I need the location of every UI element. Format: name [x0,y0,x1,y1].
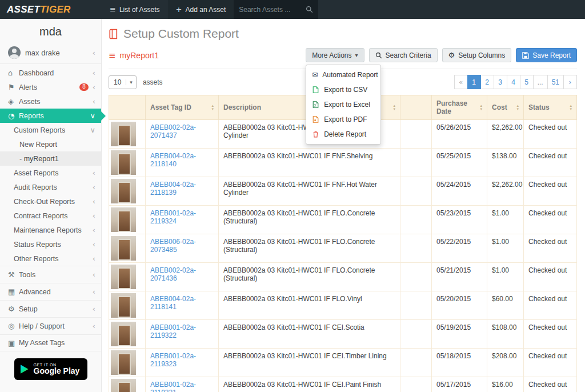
purchase-date: 05/20/2015 [432,291,487,320]
sidebar-item-asset-reports[interactable]: Asset Reports ‹ [0,166,101,180]
per-page-select[interactable]: 10 ▾ [109,75,137,89]
menu-item-export-excel[interactable]: Export to Excel [306,97,380,112]
pagination-next[interactable]: › [563,75,577,89]
google-play-badge[interactable]: GET IT ON Google Play [14,358,87,380]
sidebar: mda max drake ‹ ⌂ Dashboard ‹ ⚑ Alerts 8… [0,19,102,392]
asset-photo[interactable] [111,293,136,318]
chevron-left-icon: ‹ [93,97,95,106]
cost: $208.00 [487,349,524,377]
sidebar-item-maintenance-reports[interactable]: Maintenance Reports ‹ [0,223,101,237]
pagination-page-2[interactable]: 2 [480,75,494,89]
save-report-button[interactable]: Save Report [516,48,577,62]
asset-photo[interactable] [111,207,136,232]
sidebar-item-assets[interactable]: ◈ Assets ‹ [0,94,101,109]
sidebar-item-myreport1[interactable]: - myReport1 [0,151,101,166]
sidebar-item-contract-reports[interactable]: Contract Reports ‹ [0,209,101,223]
asset-photo[interactable] [111,379,136,392]
pagination-page-4[interactable]: 4 [507,75,520,89]
col-header-hidden[interactable] [400,95,432,120]
sidebar-item-audit-reports[interactable]: Audit Reports ‹ [0,180,101,194]
asset-tag-link[interactable]: ABEB001-02a-2119321 [150,381,196,392]
chevron-left-icon: ‹ [93,69,95,77]
asset-photo[interactable] [111,236,136,261]
asset-photo[interactable] [111,179,136,203]
sidebar-item-my-asset-tags[interactable]: ▣ My Asset Tags [0,334,101,351]
menu-item-automated-report[interactable]: ✉ Automated Report [306,67,380,82]
trash-icon [312,131,319,138]
asset-photo[interactable] [111,322,136,346]
asset-photo[interactable] [111,350,136,375]
pagination-page-3[interactable]: 3 [494,75,507,89]
user-menu[interactable]: max drake ‹ [0,43,101,64]
nav-list-of-assets[interactable]: ≡ List of Assets [102,0,168,19]
pagination-page-51[interactable]: 51 [547,75,564,89]
col-header-status[interactable]: Status [524,95,577,120]
page-title: Setup Custom Report [109,25,577,41]
purchase-date: 05/23/2015 [432,206,487,234]
more-actions-button[interactable]: More Actions ▾ [306,48,364,62]
nav-add-an-asset[interactable]: + Add an Asset [168,0,234,19]
menu-item-delete-report[interactable]: Delete Report [306,127,380,142]
pagination-page-5[interactable]: 5 [520,75,534,89]
search-input[interactable] [239,6,303,14]
sidebar-item-custom-reports[interactable]: Custom Reports ∨ [0,123,101,137]
sidebar-item-other-reports[interactable]: Other Reports ‹ [0,251,101,266]
sidebar-item-setup[interactable]: ⚙ Setup ‹ [0,300,101,317]
user-avatar [8,46,21,59]
life-ring-icon: ◎ [8,322,19,330]
chart-icon: ◔ [8,111,19,120]
asset-tag-link[interactable]: ABEB001-02a-2119322 [150,323,196,339]
chevron-left-icon: ‹ [93,287,95,296]
status: Checked out [524,149,577,177]
purchase-date: 05/18/2015 [432,349,487,377]
col-header-asset-tag-id[interactable]: Asset Tag ID [146,95,219,120]
search-icon[interactable] [306,6,313,13]
company-name: mda [0,19,101,43]
sidebar-item-new-report[interactable]: New Report [0,137,101,151]
menu-item-export-csv[interactable]: Export to CSV [306,82,380,97]
menu-item-export-pdf[interactable]: Export to PDF [306,112,380,127]
sidebar-item-tools[interactable]: ⚒ Tools ‹ [0,266,101,283]
asset-tag-link[interactable]: ABEB002-02a-2071436 [150,266,196,282]
sidebar-item-advanced[interactable]: ▦ Advanced ‹ [0,283,101,300]
purchase-date: 05/22/2015 [432,234,487,263]
asset-tag-link[interactable]: ABEB006-02a-2073485 [150,238,196,254]
asset-tag-link[interactable]: ABEB004-02a-2118140 [150,152,196,168]
col-header-cost[interactable]: Cost [487,95,524,120]
sidebar-item-help-support[interactable]: ◎ Help / Support ‹ [0,317,101,334]
chevron-left-icon: ‹ [93,270,95,279]
asset-description: ABEBB0002a 03 Kitc01-HWC01 IF FLO.Concre… [219,263,400,291]
setup-columns-button[interactable]: ⚙ Setup Columns [442,48,512,62]
save-icon [522,52,529,59]
chevron-down-icon: ∨ [90,126,95,134]
asset-tag-link[interactable]: ABEB004-02a-2118139 [150,181,196,197]
search-criteria-button[interactable]: Search Criteria [369,48,438,62]
search-icon [375,52,382,59]
top-navbar: ASSETTIGER ≡ List of Assets + Add an Ass… [0,0,585,19]
table-row: ABEB004-02a-2118141 ABEBB0002a 03 Kitc01… [109,291,577,320]
asset-photo[interactable] [111,122,136,146]
more-actions-menu: ✉ Automated Report Export to CSV Expor [306,65,381,145]
sidebar-item-reports[interactable]: ◔ Reports ∨ [0,109,101,123]
list-icon: ≡ [110,5,116,14]
chevron-left-icon: ‹ [93,83,95,91]
sort-icon [211,104,214,111]
app-logo[interactable]: ASSETTIGER [0,0,102,19]
sort-icon [480,104,482,111]
pagination-page-1[interactable]: 1 [467,75,481,89]
tag-icon: ◈ [8,97,19,106]
asset-photo[interactable] [111,150,136,175]
asset-tag-link[interactable]: ABEB004-02a-2118141 [150,295,196,311]
asset-photo[interactable] [111,265,136,289]
file-excel-icon [312,101,319,108]
sidebar-item-dashboard[interactable]: ⌂ Dashboard ‹ [0,66,101,80]
sidebar-item-check-out-reports[interactable]: Check-Out Reports ‹ [0,194,101,209]
sidebar-item-status-reports[interactable]: Status Reports ‹ [0,237,101,251]
sidebar-item-alerts[interactable]: ⚑ Alerts 8 ‹ [0,80,101,94]
asset-tag-link[interactable]: ABEB001-02a-2119324 [150,209,196,225]
asset-tag-link[interactable]: ABEB002-02a-2071437 [150,123,196,139]
col-header-purchase-date[interactable]: Purchase Date [432,95,487,120]
cost: $1.00 [487,234,524,263]
pagination-prev[interactable]: « [454,75,468,89]
asset-tag-link[interactable]: ABEB001-02a-2119323 [150,352,196,368]
